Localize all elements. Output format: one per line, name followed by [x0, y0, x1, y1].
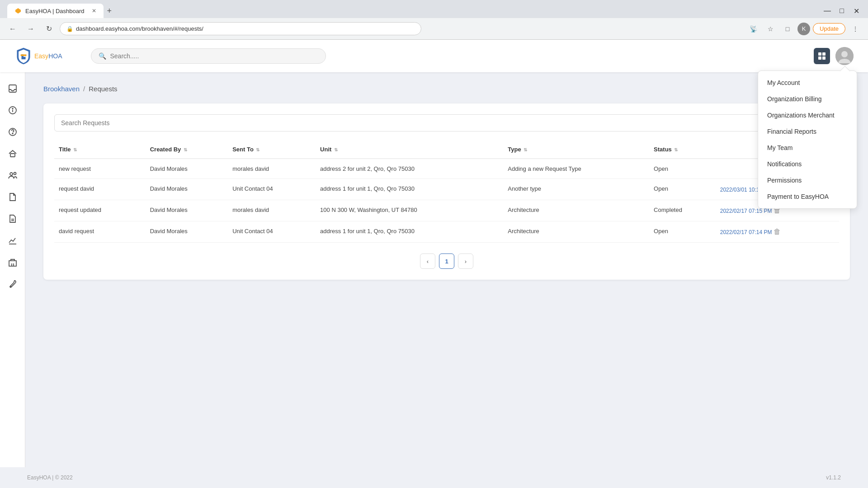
tab-close-button[interactable]: ✕	[92, 8, 96, 14]
sidebar-item-reports[interactable]	[4, 210, 22, 228]
sidebar-item-help[interactable]	[4, 123, 22, 141]
menu-item-my-team[interactable]: My Team	[758, 140, 857, 156]
update-button[interactable]: Update	[813, 23, 845, 34]
sidebar-item-tools[interactable]	[4, 275, 22, 293]
profile-avatar[interactable]: K	[797, 23, 810, 35]
cell-sentto-2: morales david	[228, 200, 316, 221]
menu-item-payment[interactable]: Payment to EasyHOA	[758, 188, 857, 205]
menu-item-permissions[interactable]: Permissions	[758, 172, 857, 188]
cell-title-3: david request	[54, 221, 146, 243]
cell-status-3: Open	[649, 221, 716, 243]
sidebar-item-info[interactable]	[4, 101, 22, 119]
info-icon	[8, 105, 18, 115]
help-icon	[8, 127, 18, 137]
table-row[interactable]: request updated David Morales morales da…	[54, 200, 839, 221]
col-title[interactable]: Title ⇅	[54, 141, 146, 159]
app-footer: EasyHOA | © 2022 v1.1.2	[0, 467, 868, 488]
search-bar[interactable]: 🔍	[91, 48, 326, 64]
bookmark-button[interactable]: ☆	[763, 22, 778, 36]
back-button[interactable]: ←	[5, 22, 20, 36]
sidebar-item-inbox[interactable]	[4, 80, 22, 98]
chart-icon	[8, 235, 18, 245]
address-bar[interactable]: 🔒 dashboard.easyhoa.com/brookhaven/#/req…	[60, 22, 421, 35]
cell-status-0: Open	[649, 159, 716, 179]
account-dropdown: My Account Organization Billing Organiza…	[758, 70, 857, 209]
pagination: ‹ 1 ›	[54, 253, 839, 269]
cell-type-0: Adding a new Request Type	[503, 159, 649, 179]
menu-item-notifications[interactable]: Notifications	[758, 156, 857, 172]
svg-point-10	[10, 173, 13, 175]
sort-status-icon: ⇅	[674, 147, 678, 152]
close-window-button[interactable]: ✕	[850, 5, 863, 17]
main-content: Brookhaven / Requests Title ⇅	[25, 72, 868, 467]
cell-created-3: David Morales	[146, 221, 228, 243]
search-input[interactable]	[110, 52, 318, 60]
svg-point-2	[841, 51, 848, 57]
profile-button[interactable]: □	[780, 22, 795, 36]
home-icon	[8, 149, 18, 159]
cast-button[interactable]: 📡	[746, 22, 760, 36]
cell-type-1: Another type	[503, 179, 649, 200]
cell-actions-3: 2022/02/17 07:14 PM 🗑	[716, 221, 839, 243]
delete-button-3[interactable]: 🗑	[774, 228, 781, 236]
col-type[interactable]: Type ⇅	[503, 141, 649, 159]
url-text: dashboard.easyhoa.com/brookhaven/#/reque…	[76, 25, 203, 32]
next-page-button[interactable]: ›	[458, 253, 473, 269]
breadcrumb-separator: /	[83, 85, 85, 93]
menu-button[interactable]: ⋮	[848, 22, 863, 36]
table-row[interactable]: david request David Morales Unit Contact…	[54, 221, 839, 243]
sort-type-icon: ⇅	[524, 147, 527, 152]
browser-tab[interactable]: EasyHOA | Dashboard ✕	[7, 4, 104, 18]
svg-marker-0	[15, 8, 21, 14]
grid-icon	[818, 52, 826, 60]
svg-point-8	[12, 133, 13, 134]
menu-item-financial-reports[interactable]: Financial Reports	[758, 123, 857, 140]
col-status[interactable]: Status ⇅	[649, 141, 716, 159]
table-row[interactable]: request david David Morales Unit Contact…	[54, 179, 839, 200]
logo-hoa: HOA	[48, 52, 62, 60]
menu-item-org-merchant[interactable]: Organizations Merchant	[758, 107, 857, 123]
grid-menu-button[interactable]	[814, 48, 830, 64]
cell-unit-3: address 1 for unit 1, Qro, Qro 75030	[316, 221, 503, 243]
sidebar-item-document[interactable]	[4, 188, 22, 206]
people-icon	[8, 170, 18, 180]
breadcrumb-parent[interactable]: Brookhaven	[43, 85, 80, 93]
svg-rect-15	[9, 261, 16, 266]
forward-button[interactable]: →	[24, 22, 38, 36]
cell-unit-0: address 2 for unit 2, Qro, Qro 75030	[316, 159, 503, 179]
col-unit[interactable]: Unit ⇅	[316, 141, 503, 159]
date-cell-2: 2022/02/17 07:15 PM	[720, 208, 772, 214]
col-sent-to[interactable]: Sent To ⇅	[228, 141, 316, 159]
sidebar-item-building[interactable]	[4, 253, 22, 271]
user-avatar[interactable]	[835, 47, 854, 65]
cell-sentto-0: morales david	[228, 159, 316, 179]
search-requests-input[interactable]	[54, 114, 839, 131]
table-row[interactable]: new request David Morales morales david …	[54, 159, 839, 179]
tab-title: EasyHOA | Dashboard	[25, 8, 85, 14]
menu-item-org-billing[interactable]: Organization Billing	[758, 91, 857, 107]
minimize-button[interactable]: —	[821, 5, 834, 17]
sidebar-item-chart[interactable]	[4, 231, 22, 249]
maximize-button[interactable]: □	[835, 5, 848, 17]
prev-page-button[interactable]: ‹	[420, 253, 435, 269]
cell-unit-1: address 1 for unit 1, Qro, Qro 75030	[316, 179, 503, 200]
sidebar-item-home[interactable]	[4, 145, 22, 163]
avatar-image	[835, 47, 854, 65]
current-page-button[interactable]: 1	[439, 253, 454, 269]
tools-icon	[8, 279, 18, 289]
cell-created-2: David Morales	[146, 200, 228, 221]
col-created-by[interactable]: Created By ⇅	[146, 141, 228, 159]
cell-created-0: David Morales	[146, 159, 228, 179]
reports-icon	[8, 214, 18, 224]
search-requests-wrap	[54, 114, 839, 131]
requests-table: Title ⇅ Created By ⇅ Sent To ⇅	[54, 141, 839, 243]
sort-sentto-icon: ⇅	[256, 147, 259, 152]
reload-button[interactable]: ↻	[42, 22, 56, 36]
svg-rect-9	[10, 154, 15, 157]
sidebar-item-people[interactable]	[4, 166, 22, 184]
menu-item-my-account[interactable]: My Account	[758, 75, 857, 91]
breadcrumb: Brookhaven / Requests	[43, 85, 850, 93]
new-tab-button[interactable]: +	[104, 5, 116, 18]
cell-status-1: Open	[649, 179, 716, 200]
cell-title-0: new request	[54, 159, 146, 179]
